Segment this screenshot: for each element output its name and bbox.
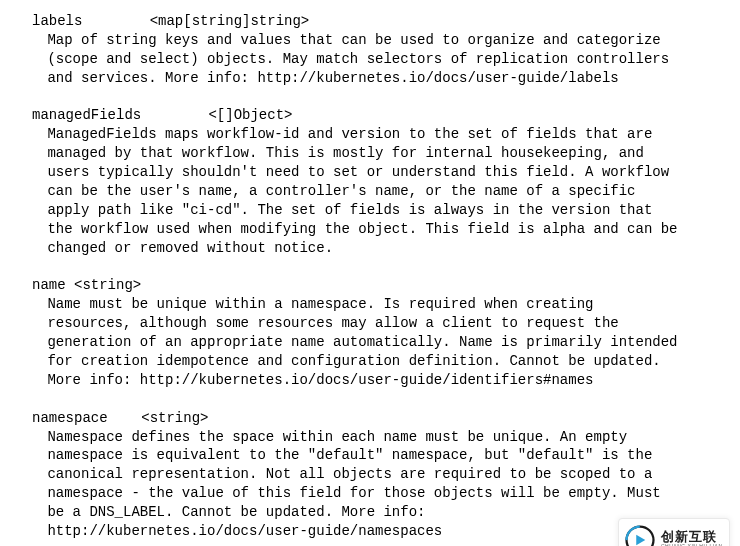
watermark-badge: 创新互联 CHUANG XIN HU LIAN: [618, 518, 730, 546]
field-type: <string>: [74, 277, 141, 293]
field-name: managedFields: [32, 107, 141, 123]
field-description: Map of string keys and values that can b…: [32, 31, 732, 88]
field-block-labels: labels <map[string]string> Map of string…: [32, 12, 732, 88]
field-header: namespace <string>: [32, 409, 732, 428]
logo-icon: [625, 525, 655, 546]
field-name: name: [32, 277, 66, 293]
field-type: <map[string]string>: [150, 13, 310, 29]
field-description: Name must be unique within a namespace. …: [32, 295, 732, 389]
field-block-managedFields: managedFields <[]Object> ManagedFields m…: [32, 106, 732, 257]
field-name: namespace: [32, 410, 108, 426]
field-type: <string>: [141, 410, 208, 426]
field-header: labels <map[string]string>: [32, 12, 732, 31]
field-name: labels: [32, 13, 82, 29]
api-doc-content: labels <map[string]string> Map of string…: [32, 12, 732, 541]
field-header: managedFields <[]Object>: [32, 106, 732, 125]
field-description: ManagedFields maps workflow-id and versi…: [32, 125, 732, 257]
field-type: <[]Object>: [208, 107, 292, 123]
watermark-main: 创新互联: [661, 530, 723, 544]
field-header: name <string>: [32, 276, 732, 295]
watermark-text: 创新互联 CHUANG XIN HU LIAN: [661, 530, 723, 546]
field-block-name: name <string> Name must be unique within…: [32, 276, 732, 389]
